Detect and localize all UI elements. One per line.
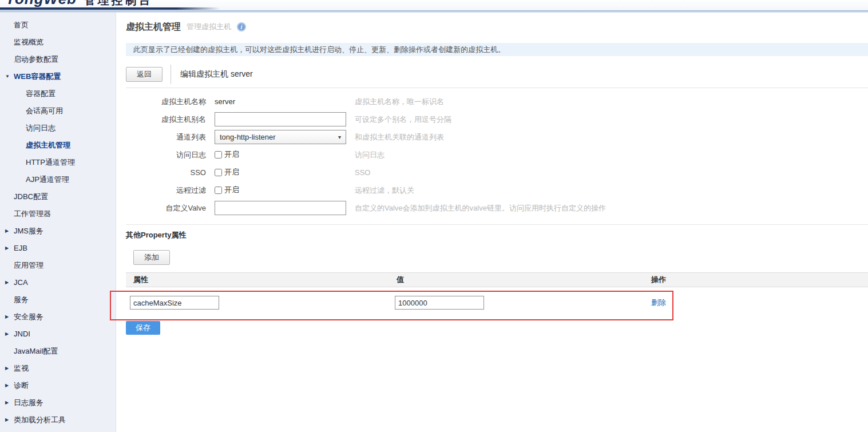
field-label-sso: SSO: [126, 168, 215, 177]
sidebar-item-web-container-config[interactable]: ▼WEB容器配置: [0, 68, 116, 85]
column-header-0: 属性: [126, 273, 389, 287]
sidebar-item-ejb[interactable]: ▶EJB: [0, 240, 116, 257]
page-header: 虚拟主机管理 管理虚拟主机 i: [126, 21, 868, 33]
checkbox-label: 开启: [224, 167, 239, 177]
property-value-input[interactable]: [395, 296, 484, 310]
form-row-access-log: 访问日志开启访问日志: [126, 148, 868, 162]
form-row-name: 虚拟主机名称server虚拟主机名称，唯一标识名: [126, 94, 868, 109]
save-button[interactable]: 保存: [126, 321, 160, 335]
field-control-alias: [215, 112, 355, 126]
chevron-right-icon: ▶: [5, 429, 9, 432]
sidebar-item-jms-service[interactable]: ▶JMS服务: [0, 223, 116, 240]
sidebar-item-label: 应用管理: [14, 261, 43, 269]
sidebar-item-access-log[interactable]: 访问日志: [0, 120, 116, 137]
property-name-input[interactable]: [130, 296, 219, 310]
app-header: TongWeb 管理控制台: [0, 0, 868, 10]
field-control-channel-list: tong-http-listener▾: [215, 130, 355, 144]
sidebar-item-label: 日志服务: [14, 398, 43, 407]
sidebar-item-virtual-host-mgmt[interactable]: 虚拟主机管理: [0, 137, 116, 154]
sidebar-item-label: 启动参数配置: [14, 55, 58, 64]
channel-list-select[interactable]: tong-http-listener▾: [215, 130, 346, 144]
sidebar-item-log-service[interactable]: ▶日志服务: [0, 394, 116, 411]
sidebar-item-label: 安全服务: [14, 312, 43, 321]
sidebar-item-label: EJB: [14, 244, 27, 252]
sidebar-item-http-channel-mgmt[interactable]: HTTP通道管理: [0, 154, 116, 171]
divider: [126, 88, 868, 88]
back-button[interactable]: 返回: [126, 67, 162, 82]
sidebar-item-label: 监视概览: [14, 38, 43, 46]
field-hint-alias: 可设定多个别名，用逗号分隔: [355, 114, 451, 125]
sidebar-item-service[interactable]: 服务: [0, 291, 116, 308]
chevron-down-icon: ▾: [338, 134, 341, 140]
sidebar-item-label: 会话高可用: [26, 106, 63, 115]
logo-suffix-text: 管理控制台: [84, 0, 152, 6]
remote-filter-checkbox-input[interactable]: [215, 187, 222, 194]
sidebar-item-home[interactable]: 首页: [0, 17, 116, 34]
add-property-button[interactable]: 添加: [133, 250, 170, 265]
checkbox-label: 开启: [224, 149, 239, 160]
select-value: tong-http-listener: [220, 133, 276, 141]
field-label-custom-valve: 自定义Valve: [126, 203, 215, 213]
remote-filter-checkbox[interactable]: 开启: [215, 185, 239, 195]
form-row-alias: 虚拟主机别名可设定多个别名，用逗号分隔: [126, 112, 868, 126]
field-hint-custom-valve: 自定义的Valve会添加到虚拟主机的valve链里。访问应用时执行自定义的操作: [355, 203, 606, 213]
custom-valve-input[interactable]: [215, 201, 346, 215]
sidebar-item-ajp-channel-mgmt[interactable]: AJP通道管理: [0, 171, 116, 188]
sidebar-item-session-ha[interactable]: 会话高可用: [0, 102, 116, 120]
sidebar-item-label: JDBC配置: [14, 192, 48, 201]
sidebar-item-app-mgmt[interactable]: 应用管理: [0, 257, 116, 274]
form-row-remote-filter: 远程过滤开启远程过滤，默认关: [126, 183, 868, 197]
sidebar-item-label: AJP通道管理: [26, 175, 69, 184]
sidebar-item-classload-tool[interactable]: ▶类加载分析工具: [0, 411, 116, 429]
sso-checkbox-input[interactable]: [215, 169, 222, 176]
checkbox-label: 开启: [224, 185, 239, 195]
sidebar-item-jdbc-config[interactable]: JDBC配置: [0, 188, 116, 205]
sidebar-item-monitor-overview[interactable]: 监视概览: [0, 34, 116, 51]
sidebar-item-label: WEB容器配置: [14, 72, 61, 81]
property-name-cell: [126, 287, 389, 319]
sidebar-item-jndi[interactable]: ▶JNDI: [0, 326, 116, 343]
sso-checkbox[interactable]: 开启: [215, 167, 239, 177]
property-table-header-row: 属性值操作: [126, 273, 868, 287]
field-hint-access-log: 访问日志: [355, 150, 385, 160]
virtual-host-form: 虚拟主机名称server虚拟主机名称，唯一标识名虚拟主机别名可设定多个别名，用逗…: [126, 94, 868, 215]
app-logo: TongWeb 管理控制台: [6, 0, 152, 8]
access-log-checkbox-input[interactable]: [215, 151, 222, 158]
chevron-right-icon: ▶: [5, 394, 9, 411]
info-icon[interactable]: i: [237, 22, 246, 31]
sidebar-item-label: 监视: [14, 364, 29, 372]
alias-input[interactable]: [215, 112, 346, 126]
sidebar-item-label: JNDI: [14, 330, 30, 338]
delete-link[interactable]: 删除: [651, 298, 666, 307]
sidebar-item-startup-params[interactable]: 启动参数配置: [0, 51, 116, 68]
form-row-custom-valve: 自定义Valve自定义的Valve会添加到虚拟主机的valve链里。访问应用时执…: [126, 201, 868, 215]
sidebar-item-javamail-config[interactable]: JavaMail配置: [0, 343, 116, 360]
sidebar-item-container-config[interactable]: 容器配置: [0, 85, 116, 102]
property-section-heading: 其他Property属性: [126, 230, 868, 240]
sidebar-item-security-service[interactable]: ▶安全服务: [0, 308, 116, 326]
field-hint-sso: SSO: [355, 168, 370, 177]
sidebar-item-resource[interactable]: ▶资源: [0, 429, 116, 432]
access-log-checkbox[interactable]: 开启: [215, 149, 239, 160]
sidebar-item-label: 诊断: [14, 381, 29, 390]
sidebar-item-label: JavaMail配置: [14, 347, 58, 355]
chevron-right-icon: ▶: [5, 223, 9, 240]
sidebar-nav: 首页监视概览启动参数配置▼WEB容器配置容器配置会话高可用访问日志虚拟主机管理H…: [0, 13, 116, 432]
chevron-right-icon: ▶: [5, 308, 9, 326]
sidebar-item-label: 工作管理器: [14, 209, 51, 218]
name-value: server: [215, 97, 235, 106]
chevron-right-icon: ▶: [5, 326, 9, 343]
field-hint-channel-list: 和虚拟主机关联的通道列表: [355, 132, 444, 142]
logo-stripe-decoration: [0, 7, 220, 10]
sidebar-item-label: 类加载分析工具: [14, 415, 66, 424]
sidebar-item-monitor[interactable]: ▶监视: [0, 360, 116, 377]
sidebar-item-work-manager[interactable]: 工作管理器: [0, 205, 116, 223]
sidebar-item-label: JCA: [14, 278, 28, 287]
sidebar-item-jca[interactable]: ▶JCA: [0, 274, 116, 291]
sidebar-item-label: 访问日志: [26, 124, 56, 132]
field-control-name: server: [215, 97, 355, 106]
sidebar-item-diagnosis[interactable]: ▶诊断: [0, 377, 116, 394]
chevron-right-icon: ▶: [5, 360, 9, 377]
section-divider: [126, 224, 868, 225]
field-label-access-log: 访问日志: [126, 150, 215, 160]
